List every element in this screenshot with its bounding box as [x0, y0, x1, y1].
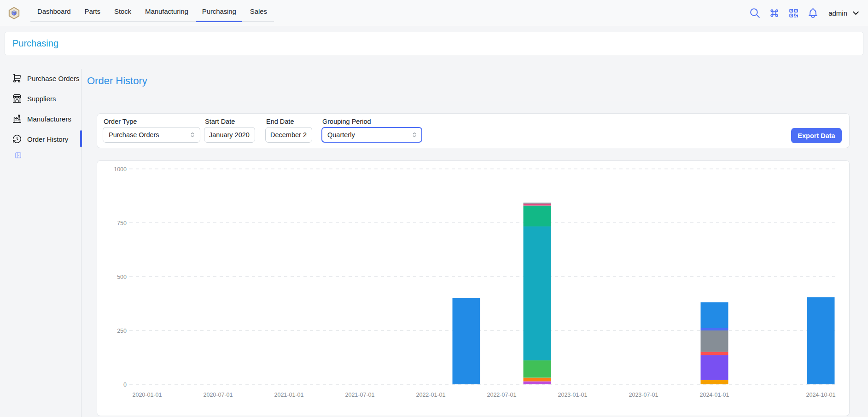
username-label: admin	[828, 9, 847, 17]
order-history-chart-card: 025050075010002020-01-012020-07-012021-0…	[97, 160, 850, 416]
app-logo[interactable]	[7, 6, 21, 20]
start-date-filter: Start Date	[204, 118, 255, 143]
nav-tab-purchasing[interactable]: Purchasing	[195, 1, 243, 21]
search-icon[interactable]	[749, 7, 761, 19]
bar-segment-2024-01-01[interactable]	[701, 328, 728, 330]
sidebar-divider	[81, 69, 82, 417]
x-axis-tick-label: 2021-01-01	[274, 392, 304, 398]
sidebar-active-indicator	[80, 130, 82, 147]
y-axis-tick-label: 250	[117, 328, 127, 334]
bar-segment-2022-04-01[interactable]	[453, 298, 480, 384]
selector-icon	[411, 131, 418, 139]
x-axis-tick-label: 2024-01-01	[700, 392, 729, 398]
order-type-value: Purchase Orders	[109, 131, 159, 139]
bar-segment-2022-10-01[interactable]	[524, 206, 551, 226]
start-date-label: Start Date	[205, 118, 255, 125]
bar-segment-2024-01-01[interactable]	[701, 302, 728, 328]
x-axis-tick-label: 2020-07-01	[204, 392, 233, 398]
page-title: Order History	[87, 75, 147, 87]
bar-segment-2024-01-01[interactable]	[701, 352, 728, 355]
end-date-input[interactable]	[265, 127, 312, 143]
filter-panel: Order Type Purchase Orders Start Date En…	[97, 113, 850, 148]
bar-segment-2024-01-01[interactable]	[701, 330, 728, 352]
y-axis-tick-label: 500	[117, 274, 127, 280]
qrcode-scan-icon[interactable]	[788, 7, 799, 19]
sidebar-item-label: Order History	[27, 135, 68, 143]
sidebar-item-label: Manufacturers	[27, 115, 71, 123]
order-type-label: Order Type	[104, 118, 200, 125]
order-history-chart[interactable]: 025050075010002020-01-012020-07-012021-0…	[97, 161, 849, 416]
nav-tab-sales[interactable]: Sales	[243, 1, 274, 21]
y-axis-tick-label: 0	[123, 382, 127, 388]
sidebar-item-manufacturers[interactable]: Manufacturers	[12, 109, 80, 129]
nav-tabs: Dashboard Parts Stock Manufacturing Purc…	[30, 1, 274, 22]
x-axis-tick-label: 2022-01-01	[416, 392, 446, 398]
nav-tab-parts[interactable]: Parts	[77, 1, 107, 21]
order-type-select[interactable]: Purchase Orders	[103, 127, 200, 143]
bar-segment-2024-01-01[interactable]	[701, 355, 728, 380]
sidebar-item-order-history[interactable]: Order History	[12, 129, 80, 149]
x-axis-tick-label: 2021-07-01	[345, 392, 375, 398]
sidebar-item-label: Suppliers	[27, 95, 56, 103]
building-store-icon	[12, 93, 22, 104]
order-history-icon	[12, 134, 22, 144]
selector-icon	[189, 131, 196, 139]
grouping-period-select[interactable]: Quarterly	[321, 127, 422, 143]
bar-segment-2022-10-01[interactable]	[524, 360, 551, 377]
order-type-filter: Order Type Purchase Orders	[103, 118, 200, 143]
chevron-down-icon	[851, 8, 861, 18]
x-axis-tick-label: 2022-07-01	[487, 392, 517, 398]
y-axis-tick-label: 1000	[114, 166, 127, 173]
bar-segment-2022-10-01[interactable]	[524, 203, 551, 203]
bar-segment-2022-10-01[interactable]	[524, 203, 551, 205]
x-axis-tick-label: 2024-10-01	[806, 392, 836, 398]
bar-segment-2022-10-01[interactable]	[524, 226, 551, 360]
y-axis-tick-label: 750	[117, 220, 127, 226]
shopping-cart-icon	[12, 73, 22, 83]
factory-icon	[12, 114, 22, 124]
nav-tab-manufacturing[interactable]: Manufacturing	[138, 1, 195, 21]
sidebar-item-purchase-orders[interactable]: Purchase Orders	[12, 68, 80, 88]
notifications-bell-icon[interactable]	[807, 7, 819, 19]
purchasing-sidebar: Purchase Orders Suppliers Manufacturers …	[12, 68, 80, 149]
nav-tab-dashboard[interactable]: Dashboard	[30, 1, 77, 21]
bar-segment-2022-10-01[interactable]	[524, 381, 551, 384]
sidebar-collapse-icon[interactable]	[14, 151, 22, 159]
nav-tab-stock[interactable]: Stock	[107, 1, 138, 21]
grouping-period-value: Quarterly	[327, 131, 355, 139]
inventree-logo-icon	[7, 6, 21, 20]
grouping-period-label: Grouping Period	[322, 118, 422, 125]
start-date-input[interactable]	[204, 127, 255, 143]
end-date-filter: End Date	[265, 118, 312, 143]
export-data-button[interactable]: Export Data	[791, 128, 842, 143]
navbar-actions: admin	[749, 7, 861, 19]
breadcrumb-purchasing-link[interactable]: Purchasing	[12, 38, 58, 49]
breadcrumb: Purchasing	[5, 32, 863, 55]
grouping-period-filter: Grouping Period Quarterly	[321, 118, 422, 143]
top-navbar: Dashboard Parts Stock Manufacturing Purc…	[0, 0, 868, 26]
end-date-label: End Date	[266, 118, 312, 125]
x-axis-tick-label: 2020-01-01	[133, 392, 162, 398]
bar-segment-2024-01-01[interactable]	[701, 380, 728, 384]
user-menu[interactable]: admin	[828, 8, 861, 18]
x-axis-tick-label: 2023-01-01	[558, 392, 588, 398]
bar-segment-2024-10-01[interactable]	[807, 297, 835, 384]
title-divider	[87, 101, 850, 101]
sidebar-item-suppliers[interactable]: Suppliers	[12, 88, 80, 109]
command-palette-icon[interactable]	[769, 7, 780, 19]
bar-segment-2022-10-01[interactable]	[524, 377, 551, 381]
sidebar-item-label: Purchase Orders	[27, 75, 79, 82]
x-axis-tick-label: 2023-07-01	[629, 392, 658, 398]
